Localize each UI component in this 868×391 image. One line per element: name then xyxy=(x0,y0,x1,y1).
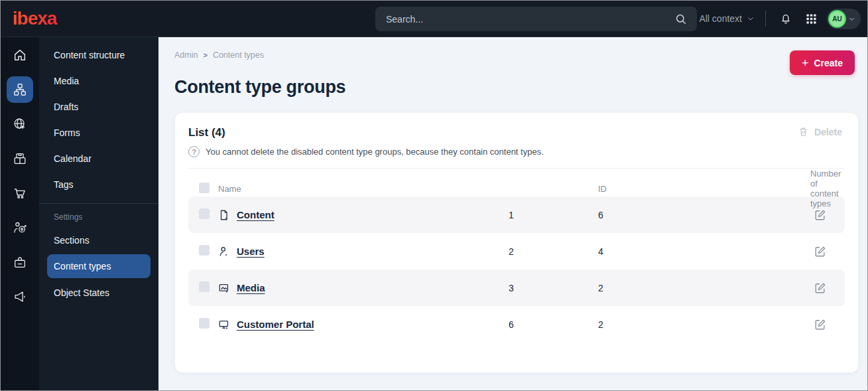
site-globe-icon[interactable] xyxy=(7,111,33,137)
group-count: 2 xyxy=(598,319,810,330)
app-window: ibexa Site: All context xyxy=(0,0,868,391)
edit-icon[interactable] xyxy=(810,278,830,298)
sidebar-item-sections[interactable]: Sections xyxy=(39,227,158,253)
column-header-name: Name xyxy=(218,184,509,194)
group-id: 1 xyxy=(509,210,598,220)
row-checkbox[interactable] xyxy=(199,281,210,292)
top-bar: ibexa Site: All context xyxy=(1,1,867,37)
edit-icon[interactable] xyxy=(810,205,830,225)
icon-rail xyxy=(1,37,39,390)
sidebar-divider xyxy=(39,203,158,204)
breadcrumb-admin[interactable]: Admin xyxy=(174,50,198,60)
avatar: AU xyxy=(828,10,846,28)
notifications-bell-icon[interactable] xyxy=(776,9,795,28)
app-grid-icon[interactable] xyxy=(802,9,820,28)
group-link-users[interactable]: Users xyxy=(237,246,265,257)
sidebar-item-calendar[interactable]: Calendar xyxy=(39,145,158,171)
group-count: 4 xyxy=(598,246,810,257)
breadcrumb-separator: > xyxy=(203,51,207,59)
search-input[interactable] xyxy=(375,7,697,31)
row-checkbox[interactable] xyxy=(199,318,210,329)
group-count: 6 xyxy=(598,210,810,220)
table-row: Users 2 4 xyxy=(188,233,845,270)
help-question-icon: ? xyxy=(188,146,200,157)
content-type-groups-table: Name ID Number of content types xyxy=(188,168,845,343)
personalization-target-icon[interactable] xyxy=(7,214,33,241)
chevron-down-icon xyxy=(747,15,755,23)
sidebar-item-tags[interactable]: Tags xyxy=(39,171,158,197)
admin-badge-icon[interactable] xyxy=(7,249,33,275)
commerce-cart-icon[interactable] xyxy=(7,180,33,206)
column-header-count: Number of content types xyxy=(810,169,837,208)
select-all-checkbox[interactable] xyxy=(199,183,210,193)
user-menu[interactable]: AU xyxy=(827,9,861,29)
table-row: Media 3 2 xyxy=(188,270,845,306)
list-heading: List (4) xyxy=(188,126,845,139)
sidebar-item-object-states[interactable]: Object States xyxy=(39,279,158,305)
trash-icon xyxy=(798,126,809,137)
user-chevron-down-icon xyxy=(848,15,855,23)
table-row: Customer Portal 6 2 xyxy=(188,306,845,343)
sidebar-item-content-structure[interactable]: Content structure xyxy=(39,42,158,68)
row-checkbox[interactable] xyxy=(199,245,210,256)
group-link-customer-portal[interactable]: Customer Portal xyxy=(237,319,314,330)
edit-icon[interactable] xyxy=(810,242,830,262)
create-button[interactable]: + Create xyxy=(790,50,855,75)
edit-icon[interactable] xyxy=(810,315,830,335)
search-icon[interactable] xyxy=(674,11,690,27)
global-search xyxy=(375,7,697,31)
delete-button[interactable]: Delete xyxy=(798,126,842,137)
main-content: Admin > Content types + Create Content t… xyxy=(158,37,867,390)
home-icon[interactable] xyxy=(7,42,33,68)
sidebar: Content structure Media Drafts Forms Cal… xyxy=(39,37,158,390)
group-id: 6 xyxy=(509,319,598,330)
monitor-icon xyxy=(218,319,237,331)
breadcrumb: Admin > Content types xyxy=(174,50,859,60)
group-count: 2 xyxy=(598,283,810,293)
group-link-content[interactable]: Content xyxy=(237,209,275,220)
content-structure-icon[interactable] xyxy=(7,76,33,103)
sidebar-item-drafts[interactable]: Drafts xyxy=(39,94,158,119)
group-id: 2 xyxy=(509,246,598,257)
sidebar-item-forms[interactable]: Forms xyxy=(39,119,158,145)
plus-icon: + xyxy=(802,57,809,69)
list-note-text: You cannot delete the disabled content t… xyxy=(206,147,544,157)
sidebar-item-content-types[interactable]: Content types xyxy=(47,254,151,278)
breadcrumb-content-types[interactable]: Content types xyxy=(213,50,264,60)
content-type-groups-card: List (4) ? You cannot delete the disable… xyxy=(174,112,859,373)
page-title: Content type groups xyxy=(174,77,859,98)
row-checkbox[interactable] xyxy=(199,208,210,219)
table-row: Content 1 6 xyxy=(188,196,845,233)
column-header-id: ID xyxy=(598,184,810,194)
group-id: 3 xyxy=(509,283,598,293)
table-header-row: Name ID Number of content types xyxy=(188,169,845,196)
user-icon xyxy=(218,246,237,258)
products-box-icon[interactable] xyxy=(7,145,33,172)
campaigns-megaphone-icon[interactable] xyxy=(7,283,33,310)
list-note: ? You cannot delete the disabled content… xyxy=(188,146,845,157)
sidebar-item-media[interactable]: Media xyxy=(39,68,158,94)
group-link-media[interactable]: Media xyxy=(237,282,265,293)
sidebar-section-settings: Settings xyxy=(39,208,158,227)
image-icon xyxy=(218,282,237,294)
topbar-divider xyxy=(765,11,766,27)
ibexa-logo[interactable]: ibexa xyxy=(1,8,158,29)
content-file-icon xyxy=(218,209,237,221)
